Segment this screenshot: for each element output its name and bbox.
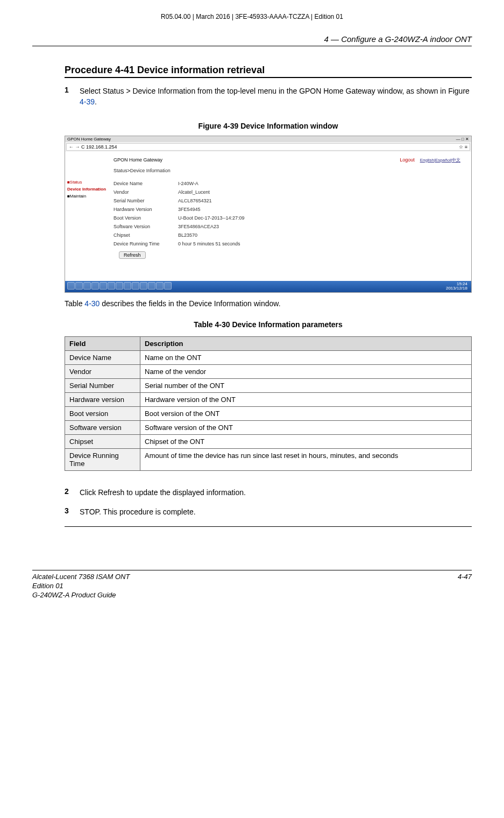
footer-product: Alcatel-Lucent 7368 ISAM ONT — [32, 573, 130, 582]
figure-xref-link[interactable]: 4-39 — [80, 97, 95, 106]
chapter-header: 4 — Configure a G-240WZ-A indoor ONT — [32, 34, 472, 44]
info-value: 3FE54869ACEA23 — [178, 224, 219, 229]
info-label: Boot Version — [113, 215, 178, 221]
header-rule — [32, 46, 472, 46]
doc-id-header: R05.04.00 | March 2016 | 3FE-45933-AAAA-… — [32, 13, 472, 20]
desc-cell: Serial number of the ONT — [140, 379, 472, 393]
desc-cell: Software version of the ONT — [140, 421, 472, 435]
table-row: Software versionSoftware version of the … — [65, 421, 472, 435]
table-row: ChipsetChipset of the ONT — [65, 435, 472, 449]
field-cell: Boot version — [65, 407, 140, 421]
table-row: Hardware versionHardware version of the … — [65, 393, 472, 407]
desc-cell: Amount of time the device has run since … — [140, 449, 472, 471]
field-cell: Hardware version — [65, 393, 140, 407]
info-label: Serial Number — [113, 198, 178, 203]
table-row: VendorName of the vendor — [65, 365, 472, 379]
star-icon: ☆ — [459, 144, 463, 150]
breadcrumb: Status>Device Information — [108, 166, 471, 175]
info-label: Vendor — [113, 189, 178, 195]
procedure-end-rule — [65, 526, 472, 527]
step-text: . — [95, 97, 97, 106]
step-number: 1 — [65, 86, 80, 108]
sidebar-item-status: ■Status — [65, 179, 108, 186]
table-header-field: Field — [65, 337, 140, 351]
window-controls-icon: — □ ✕ — [456, 137, 469, 142]
step-body: Select Status > Device Information from … — [80, 86, 472, 108]
info-label: Device Running Time — [113, 241, 178, 246]
info-value: 3FE54945 — [178, 207, 201, 212]
desc-cell: Chipset of the ONT — [140, 435, 472, 449]
table-intro-text: Table 4-30 describes the fields in the D… — [65, 298, 472, 309]
table-xref-link[interactable]: 4-30 — [84, 299, 100, 308]
table-caption: Table 4-30 Device Information parameters — [65, 320, 472, 329]
figure-caption: Figure 4-39 Device Information window — [65, 122, 472, 130]
figure-browser-screenshot: GPON Home Gateway — □ ✕ ← → C 192.168.1.… — [65, 136, 472, 293]
table-row: Device NameName on the ONT — [65, 351, 472, 365]
info-label: Hardware Version — [113, 207, 178, 212]
info-value: Alcatel_Lucent — [178, 189, 210, 195]
info-value: BL23570 — [178, 232, 197, 238]
sidebar: ■Status Device Information ■Maintain — [65, 152, 108, 200]
parameters-table: Field Description Device NameName on the… — [65, 336, 472, 471]
taskbar-clock: 15:24 2013/12/18 — [444, 282, 469, 292]
table-row: Device Running TimeAmount of time the de… — [65, 449, 472, 471]
step-body: STOP. This procedure is complete. — [80, 506, 472, 517]
page-footer: Alcatel-Lucent 7368 ISAM ONT Edition 01 … — [32, 570, 472, 600]
desc-cell: Boot version of the ONT — [140, 407, 472, 421]
table-header-description: Description — [140, 337, 472, 351]
step-body: Click Refresh to update the displayed in… — [80, 487, 472, 498]
page-number: 4-47 — [458, 573, 472, 600]
title-rule — [65, 77, 472, 78]
desc-cell: Name of the vendor — [140, 365, 472, 379]
info-value: 0 hour 5 minutes 51 seconds — [178, 241, 240, 246]
desc-cell: Name on the ONT — [140, 351, 472, 365]
step-number: 2 — [65, 487, 80, 498]
info-value: I-240W-A — [178, 181, 198, 186]
logout-link: Logout — [400, 157, 415, 163]
step-3: 3 STOP. This procedure is complete. — [65, 506, 472, 517]
info-label: Chipset — [113, 232, 178, 238]
sidebar-item-maintain: ■Maintain — [65, 193, 108, 200]
address-bar: 192.168.1.254 — [86, 144, 117, 150]
info-value: U-Boot Dec-17-2013--14:27:09 — [178, 215, 245, 221]
info-value: ALCL87654321 — [178, 198, 212, 203]
gateway-title: GPON Home Gateway — [113, 157, 162, 163]
browser-tab: GPON Home Gateway — [67, 137, 111, 142]
language-links: English|Español|中文 — [420, 158, 460, 163]
info-label: Software Version — [113, 224, 178, 229]
procedure-title: Procedure 4-41 Device information retrie… — [65, 65, 472, 76]
menu-icon: ≡ — [465, 144, 467, 150]
field-cell: Chipset — [65, 435, 140, 449]
field-cell: Serial Number — [65, 379, 140, 393]
footer-rule — [32, 570, 472, 570]
desc-cell: Hardware version of the ONT — [140, 393, 472, 407]
sidebar-item-device-info: Device Information — [65, 186, 108, 193]
field-cell: Vendor — [65, 365, 140, 379]
step-text: Select Status > Device Information from … — [80, 87, 470, 95]
refresh-button: Refresh — [119, 251, 146, 259]
step-2: 2 Click Refresh to update the displayed … — [65, 487, 472, 498]
field-cell: Software version — [65, 421, 140, 435]
step-number: 3 — [65, 506, 80, 517]
info-label: Device Name — [113, 181, 178, 186]
step-1: 1 Select Status > Device Information fro… — [65, 86, 472, 108]
field-cell: Device Running Time — [65, 449, 140, 471]
field-cell: Device Name — [65, 351, 140, 365]
taskbar: 15:24 2013/12/18 — [65, 281, 471, 293]
taskbar-icons — [67, 282, 172, 291]
device-info-panel: Device NameI-240W-A VendorAlcatel_Lucent… — [108, 175, 471, 263]
table-row: Boot versionBoot version of the ONT — [65, 407, 472, 421]
footer-edition: Edition 01 — [32, 582, 130, 591]
table-row: Serial NumberSerial number of the ONT — [65, 379, 472, 393]
footer-guide: G-240WZ-A Product Guide — [32, 591, 130, 600]
